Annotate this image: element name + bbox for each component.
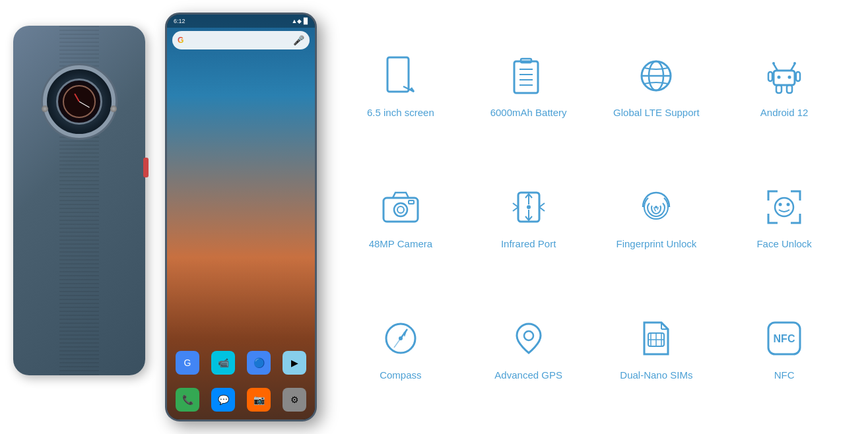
svg-point-30 <box>787 202 790 206</box>
svg-rect-0 <box>387 57 409 92</box>
features-grid: 6.5 inch screen 6000mAh Battery <box>330 7 855 427</box>
feature-face: Face Unlock <box>720 173 848 261</box>
nfc-label: NFC <box>774 369 795 381</box>
feature-nfc: NFC NFC <box>720 305 848 392</box>
feature-fingerprint: Fingerprint Unlock <box>593 173 721 261</box>
svg-rect-17 <box>768 72 772 81</box>
phone-back <box>13 26 145 375</box>
feature-compass: Compass <box>337 305 465 392</box>
fingerprint-label: Fingerprint Unlock <box>617 238 697 250</box>
camera-label: 48MP Camera <box>369 238 432 250</box>
svg-marker-32 <box>403 329 407 337</box>
svg-rect-18 <box>796 72 800 81</box>
android-label: Android 12 <box>760 107 809 119</box>
back-camera <box>43 65 116 138</box>
app-camera2[interactable]: 📷 <box>247 388 271 412</box>
infrared-label: Infrared Port <box>501 238 556 250</box>
svg-text:NFC: NFC <box>774 333 795 344</box>
phone-front: 6:12 ▲◆ ▉ G 🎤 G 📹 🔵 ▶ 📞 💬 <box>165 13 317 421</box>
android-icon <box>761 53 807 99</box>
infrared-icon <box>506 184 552 230</box>
svg-point-11 <box>778 75 781 78</box>
svg-rect-19 <box>776 85 782 93</box>
feature-sim: Dual-Nano SIMs <box>593 305 721 392</box>
lte-label: Global LTE Support <box>613 107 700 119</box>
app-google[interactable]: G <box>176 351 199 375</box>
feature-battery: 6000mAh Battery <box>465 42 593 129</box>
face-unlock-label: Face Unlock <box>756 238 811 250</box>
feature-lte: Global LTE Support <box>593 42 721 129</box>
main-container: 6:12 ▲◆ ▉ G 🎤 G 📹 🔵 ▶ 📞 💬 <box>0 0 868 434</box>
svg-point-29 <box>779 202 782 206</box>
feature-android: Android 12 <box>720 42 848 129</box>
fingerprint-icon <box>633 184 679 230</box>
app-messages[interactable]: 💬 <box>211 388 235 412</box>
svg-point-23 <box>397 206 404 213</box>
svg-rect-1 <box>514 61 538 93</box>
screen-label: 6.5 inch screen <box>367 107 434 119</box>
app-phone[interactable]: 📞 <box>176 388 199 412</box>
compass-label: Compass <box>380 369 421 381</box>
dock-apps: 📞 💬 📷 ⚙ <box>167 388 315 412</box>
svg-point-27 <box>655 206 657 208</box>
nfc-icon: NFC <box>761 315 807 361</box>
app-duo[interactable]: 📹 <box>211 351 235 375</box>
phone-section: 6:12 ▲◆ ▉ G 🎤 G 📹 🔵 ▶ 📞 💬 <box>13 6 330 428</box>
svg-line-14 <box>791 64 795 71</box>
svg-point-33 <box>399 336 403 340</box>
google-logo: G <box>178 36 184 45</box>
phone-screen: 6:12 ▲◆ ▉ G 🎤 G 📹 🔵 ▶ 📞 💬 <box>167 15 315 419</box>
home-apps: G 📹 🔵 ▶ <box>167 346 315 380</box>
svg-rect-10 <box>774 71 795 85</box>
svg-line-13 <box>774 64 778 71</box>
svg-point-15 <box>772 62 775 65</box>
app-assistant[interactable]: 🔵 <box>247 351 271 375</box>
search-mic: 🎤 <box>293 35 304 46</box>
phone-button <box>143 158 149 177</box>
feature-screen: 6.5 inch screen <box>337 42 465 129</box>
svg-point-26 <box>527 205 531 209</box>
svg-point-12 <box>788 75 791 78</box>
status-bar: 6:12 ▲◆ ▉ <box>167 15 315 28</box>
face-unlock-icon <box>761 184 807 230</box>
gps-icon <box>506 315 552 361</box>
battery-label: 6000mAh Battery <box>490 107 567 119</box>
svg-point-16 <box>793 62 796 65</box>
feature-infrared: Infrared Port <box>465 173 593 261</box>
feature-gps: Advanced GPS <box>465 305 593 392</box>
svg-point-34 <box>524 331 533 340</box>
camera-icon <box>378 184 424 230</box>
svg-point-28 <box>775 198 793 216</box>
sim-label: Dual-Nano SIMs <box>620 369 692 381</box>
screen-icon <box>378 53 424 99</box>
status-icons: ▲◆ ▉ <box>292 18 308 24</box>
compass-icon <box>378 315 424 361</box>
svg-rect-24 <box>409 201 414 204</box>
status-time: 6:12 <box>174 18 185 24</box>
battery-icon <box>506 53 552 99</box>
svg-rect-20 <box>787 85 792 93</box>
gps-label: Advanced GPS <box>494 369 562 381</box>
app-playstore[interactable]: ▶ <box>283 351 306 375</box>
svg-rect-21 <box>384 198 418 222</box>
feature-camera: 48MP Camera <box>337 173 465 261</box>
svg-point-22 <box>394 203 407 216</box>
search-bar[interactable]: G 🎤 <box>172 31 310 49</box>
globe-icon <box>633 53 679 99</box>
app-settings[interactable]: ⚙ <box>283 388 306 412</box>
sim-icon <box>633 315 679 361</box>
